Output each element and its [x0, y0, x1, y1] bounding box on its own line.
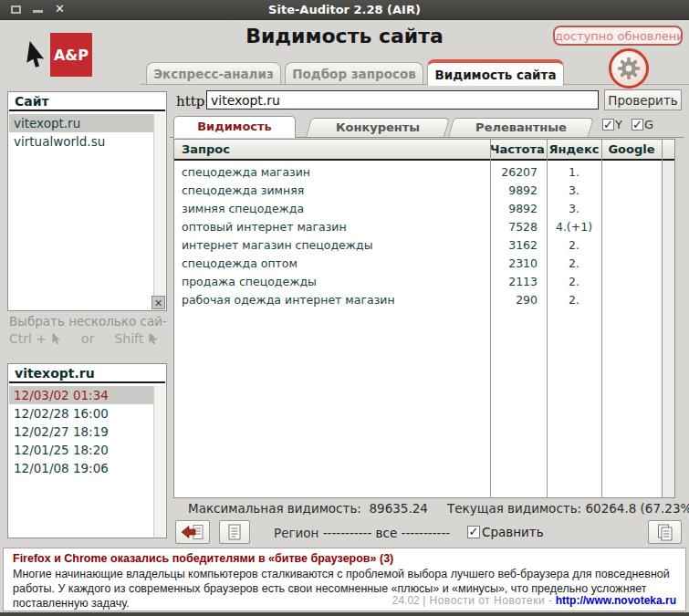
cursor-icon: [147, 332, 158, 346]
site-list-scrollbar[interactable]: [153, 114, 165, 309]
subtab-label: Видимость: [197, 120, 272, 133]
hint-ctrl: Ctrl +: [9, 331, 47, 346]
column-header-frequency[interactable]: Частота: [490, 142, 547, 156]
multi-select-keys-hint: Ctrl + or Shift +: [9, 331, 169, 346]
history-list-scrollbar[interactable]: [153, 386, 165, 537]
query-cell: спецодежда оптом: [174, 256, 490, 270]
export-back-button[interactable]: [175, 520, 210, 544]
frequency-cell: 26207: [490, 165, 547, 179]
compare-label: Сравнить: [482, 525, 544, 539]
frequency-cell: 2113: [490, 275, 547, 288]
query-cell: продажа спецодежды: [174, 275, 490, 288]
subtab-label: Конкуренты: [336, 120, 420, 134]
yandex-position-cell: 2.: [547, 238, 601, 252]
tab-site-visibility[interactable]: Видимость сайта: [427, 59, 564, 86]
query-cell: рабочая одежда интернет магазин: [174, 293, 490, 307]
current-visibility-value: 60264.8 (67.23%: [585, 501, 689, 516]
region-selector[interactable]: Регион ----------- все -----------: [274, 526, 450, 540]
table-row[interactable]: оптовый интернет магазин75284.(+1): [174, 217, 662, 235]
query-cell: зимняя спецодежда: [174, 202, 490, 215]
news-footer: 24.02 | Новости от Новотеки - http://www…: [392, 594, 676, 607]
current-visibility-label: Текущая видимость:: [447, 501, 581, 516]
query-cell: оптовый интернет магазин: [174, 220, 490, 234]
engine-filters: Y G: [602, 118, 684, 131]
url-input[interactable]: [206, 90, 599, 110]
query-cell: спецодежда зимняя: [174, 183, 490, 197]
yandex-position-cell: 2.: [547, 275, 601, 288]
update-available-button[interactable]: доступно обновлени: [553, 26, 683, 46]
history-list-item[interactable]: 12/02/27 18:19: [9, 423, 153, 441]
tab-query-selection[interactable]: Подбор запросов: [285, 62, 423, 84]
frequency-cell: 290: [490, 293, 547, 307]
sites-panel: Сайт vitexopt.ruvirtualworld.su ✕: [7, 91, 167, 311]
yandex-position-cell: 3.: [547, 183, 601, 197]
table-row[interactable]: продажа спецодежды21132.: [174, 272, 662, 290]
news-link[interactable]: http://www.novoteka.ru: [556, 594, 676, 607]
news-title[interactable]: Firefox и Chrome оказались победителями …: [13, 551, 676, 567]
history-list-item[interactable]: 12/02/28 16:00: [9, 404, 153, 423]
column-divider: [601, 140, 602, 497]
titlebar: ✕ Site-Auditor 2.28 (AIR): [0, 0, 689, 20]
logo-box: A&P: [50, 33, 92, 77]
yandex-position-cell: 3.: [547, 202, 601, 215]
frequency-cell: 9892: [490, 202, 547, 215]
yandex-position-cell: 1.: [547, 165, 601, 179]
query-cell: спецодежда магазин: [174, 165, 490, 179]
back-arrow-icon: [181, 524, 204, 540]
yandex-filter-checkbox[interactable]: Y: [602, 118, 622, 131]
history-list-item[interactable]: 12/01/08 19:06: [9, 459, 153, 477]
max-visibility-value: 89635.24: [370, 501, 428, 516]
checkbox-icon: [467, 526, 480, 538]
clear-selection-button[interactable]: ✕: [151, 296, 165, 309]
yandex-position-cell: 2.: [547, 293, 601, 307]
subtab-competitors[interactable]: Конкуренты: [308, 118, 447, 137]
cursor-icon: [24, 40, 46, 71]
settings-gear-button[interactable]: [609, 48, 649, 89]
table-row[interactable]: рабочая одежда интернет магазин2902.: [174, 290, 662, 308]
news-date: 24.02: [392, 594, 420, 607]
column-divider: [662, 140, 663, 497]
query-table-body: спецодежда магазин262071.спецодежда зимн…: [174, 162, 662, 308]
column-divider: [547, 140, 548, 497]
column-header-query[interactable]: Запрос: [174, 142, 490, 156]
frequency-cell: 9892: [490, 183, 547, 197]
table-row[interactable]: спецодежда магазин262071.: [174, 162, 662, 181]
subtab-relevant-pages[interactable]: Релевантные страни: [451, 118, 591, 137]
copy-button[interactable]: [648, 520, 682, 544]
table-row[interactable]: спецодежда зимняя98923.: [174, 181, 662, 199]
tab-express-analysis[interactable]: Экспресс-анализ: [146, 62, 281, 84]
checkbox-icon: [602, 119, 614, 131]
document-icon: [228, 524, 241, 540]
site-list: vitexopt.ruvirtualworld.su: [9, 114, 153, 309]
table-row[interactable]: спецодежда оптом23102.: [174, 254, 662, 272]
multi-select-hint: Выбрать несколько сай-: [9, 314, 169, 329]
yandex-position-cell: 2.: [547, 256, 601, 270]
news-source: | Новости от Новотеки -: [423, 594, 552, 607]
site-list-item[interactable]: vitexopt.ru: [9, 114, 153, 132]
frequency-cell: 7528: [490, 220, 547, 234]
column-header-yandex[interactable]: Яндекс: [547, 142, 601, 156]
cursor-icon: [50, 332, 61, 346]
table-scrollbar[interactable]: [662, 140, 674, 497]
query-cell: интернет магазин спецодежды: [174, 238, 490, 252]
site-list-item[interactable]: virtualworld.su: [9, 132, 153, 151]
window-bottom-edge: [0, 612, 689, 616]
app-logo: A&P: [24, 33, 111, 82]
report-button[interactable]: [219, 520, 250, 544]
history-panel: vitexopt.ru 12/03/02 01:3412/02/28 16:00…: [7, 363, 167, 538]
compare-checkbox[interactable]: Сравнить: [467, 525, 544, 539]
history-list-item[interactable]: 12/03/02 01:34: [9, 386, 153, 404]
table-row[interactable]: зимняя спецодежда98923.: [174, 199, 662, 217]
yandex-filter-label: Y: [615, 118, 622, 131]
visibility-stats: Максимальная видимость: 89635.24 Текущая…: [173, 501, 689, 517]
google-filter-checkbox[interactable]: G: [632, 118, 653, 131]
column-header-google[interactable]: Google: [601, 142, 662, 156]
max-visibility-label: Максимальная видимость:: [188, 501, 361, 516]
subtab-visibility[interactable]: Видимость: [173, 116, 296, 138]
check-button[interactable]: Проверить: [604, 89, 682, 110]
table-row[interactable]: интернет магазин спецодежды31622.: [174, 235, 662, 254]
yandex-position-cell: 4.(+1): [547, 220, 601, 234]
region-value[interactable]: ----------- все -----------: [323, 526, 450, 540]
history-list-item[interactable]: 12/01/25 18:20: [9, 441, 153, 459]
history-list: 12/03/02 01:3412/02/28 16:0012/02/27 18:…: [9, 386, 153, 537]
